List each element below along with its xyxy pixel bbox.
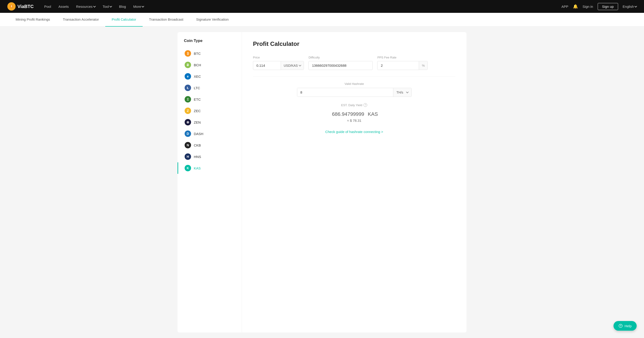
chevron-down-icon <box>634 5 637 7</box>
sidebar: Coin Type ₿ BTC Ƀ BCH e XEC Ł LTC Ξ ETC … <box>178 32 242 332</box>
nav-resources[interactable]: Resources <box>73 3 98 10</box>
hashrate-unit-label: TH/s <box>396 90 404 94</box>
chevron-down-icon <box>406 90 408 93</box>
help-button[interactable]: ? Help <box>614 321 637 331</box>
page-title: Profit Calculator <box>253 40 456 48</box>
tabs-row: Mining Profit Rankings Transaction Accel… <box>0 13 644 26</box>
coin-item-kas[interactable]: K KAS <box>178 162 242 174</box>
difficulty-label: Difficulty <box>308 56 373 59</box>
signin-button[interactable]: Sign in <box>582 4 593 8</box>
price-label: Price <box>253 56 304 59</box>
app-button[interactable]: APP <box>562 4 568 8</box>
difficulty-input[interactable] <box>308 61 373 70</box>
logo-icon: ₿ <box>7 2 16 10</box>
help-label: Help <box>624 324 632 328</box>
coin-item-bch[interactable]: Ƀ BCH <box>178 59 242 71</box>
language-label: English <box>623 4 634 8</box>
xec-icon: e <box>184 73 191 80</box>
svg-text:?: ? <box>620 324 621 327</box>
language-selector[interactable]: English <box>623 4 637 8</box>
hashrate-unit-selector[interactable]: TH/s <box>393 88 412 96</box>
nav-assets[interactable]: Assets <box>55 3 72 10</box>
hns-icon: H <box>184 154 191 160</box>
coin-item-zec[interactable]: Z ZEC <box>178 105 242 116</box>
yield-help-icon[interactable]: ? <box>364 103 367 107</box>
btc-icon: ₿ <box>184 50 191 57</box>
chevron-down-icon <box>93 5 96 7</box>
price-unit-selector[interactable]: USD/KAS <box>281 61 304 70</box>
coin-item-zen[interactable]: ⊕ ZEN <box>178 116 242 128</box>
nav-more[interactable]: More <box>130 3 147 10</box>
coin-item-xec[interactable]: e XEC <box>178 71 242 82</box>
tab-transaction-accelerator[interactable]: Transaction Accelerator <box>56 13 105 26</box>
daily-yield-label: EST. Daily Yield ? <box>253 103 456 107</box>
coin-item-hns[interactable]: H HNS <box>178 151 242 162</box>
pps-unit: % <box>419 61 427 70</box>
coin-item-ltc[interactable]: Ł LTC <box>178 82 242 94</box>
pps-input[interactable] <box>378 61 419 70</box>
hashrate-section: Valid Hashrate TH/s <box>253 82 456 97</box>
ltc-icon: Ł <box>184 84 191 91</box>
chevron-down-icon <box>299 64 301 66</box>
nav-right: APP 🔔 Sign in Sign up English <box>562 3 637 10</box>
main-content: Profit Calculator Price USD/KAS Difficul… <box>242 32 466 332</box>
nav-blog[interactable]: Blog <box>116 3 129 10</box>
calc-top-row: Price USD/KAS Difficulty PPS Fee Rate <box>253 56 456 70</box>
yield-usd: ≈ $ 78.31 <box>253 118 456 122</box>
price-unit-label: USD/KAS <box>284 64 298 68</box>
bch-icon: Ƀ <box>184 62 191 68</box>
logo[interactable]: ₿ ViaBTC <box>7 2 34 10</box>
tab-mining-profit[interactable]: Mining Profit Rankings <box>9 13 56 26</box>
signup-button[interactable]: Sign up <box>598 3 618 10</box>
kas-icon: K <box>184 165 191 171</box>
chevron-down-icon <box>142 5 144 7</box>
tab-profit-calculator[interactable]: Profit Calculator <box>105 13 143 26</box>
chevron-down-icon <box>110 5 112 7</box>
hashrate-input-wrapper: TH/s <box>297 88 412 97</box>
etc-icon: Ξ <box>184 96 191 102</box>
navbar: ₿ ViaBTC Pool Assets Resources Tool Blog… <box>0 0 644 13</box>
zec-icon: Z <box>184 108 191 114</box>
daily-yield-section: EST. Daily Yield ? 686.94799999 KAS ≈ $ … <box>253 103 456 122</box>
coin-item-btc[interactable]: ₿ BTC <box>178 48 242 59</box>
help-circle-icon: ? <box>618 324 623 328</box>
tab-transaction-broadcast[interactable]: Transaction Broadcast <box>143 13 190 26</box>
pps-label: PPS Fee Rate <box>377 56 428 59</box>
sidebar-title: Coin Type <box>178 38 242 48</box>
price-group: Price USD/KAS <box>253 56 304 70</box>
coin-item-dash[interactable]: D DASH <box>178 128 242 140</box>
nav-tool[interactable]: Tool <box>100 3 115 10</box>
main-layout: Coin Type ₿ BTC Ƀ BCH e XEC Ł LTC Ξ ETC … <box>173 26 471 338</box>
tab-signature-verification[interactable]: Signature Verification <box>190 13 235 26</box>
pps-input-wrapper: % <box>377 61 428 70</box>
coin-item-ckb[interactable]: N CKB <box>178 140 242 151</box>
price-input[interactable] <box>253 61 281 70</box>
ckb-icon: N <box>184 142 191 148</box>
notification-bell-icon[interactable]: 🔔 <box>573 4 578 9</box>
pps-group: PPS Fee Rate % <box>377 56 428 70</box>
hashrate-input[interactable] <box>297 88 393 96</box>
nav-pool[interactable]: Pool <box>41 3 54 10</box>
difficulty-group: Difficulty <box>308 56 373 70</box>
hashrate-row: TH/s <box>253 88 456 97</box>
yield-amount: 686.94799999 KAS <box>253 109 456 118</box>
coin-item-etc[interactable]: Ξ ETC <box>178 94 242 105</box>
dash-icon: D <box>184 130 191 137</box>
hashrate-label: Valid Hashrate <box>253 82 456 86</box>
zen-icon: ⊕ <box>184 119 191 126</box>
logo-text: ViaBTC <box>18 4 34 9</box>
price-input-wrapper: USD/KAS <box>253 61 304 70</box>
divider <box>253 76 456 76</box>
nav-links: Pool Assets Resources Tool Blog More <box>41 3 562 10</box>
guide-link[interactable]: Check guide of hashrate connecting > <box>253 130 456 134</box>
